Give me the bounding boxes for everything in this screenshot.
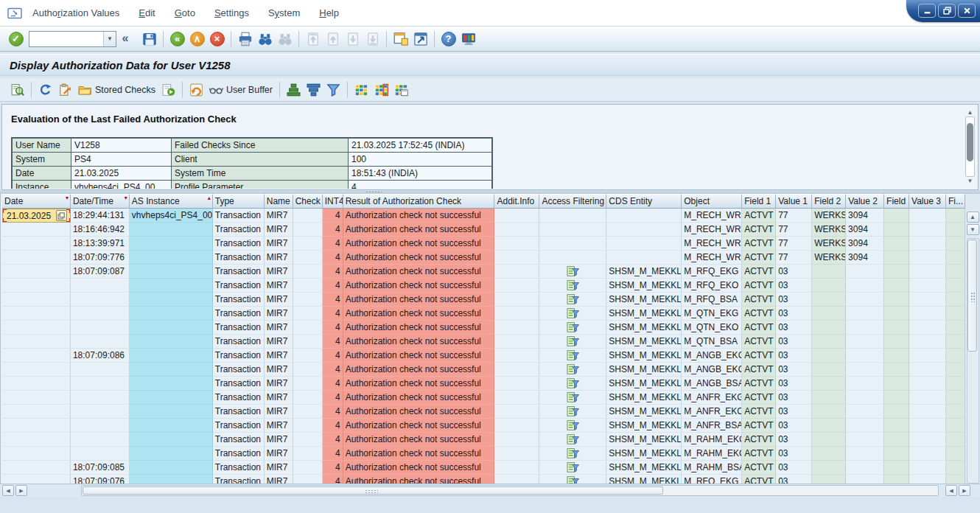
cell-field2[interactable] xyxy=(812,447,846,461)
cell-value3[interactable] xyxy=(909,461,946,475)
choose-layout-button[interactable] xyxy=(351,80,371,100)
cell-name[interactable]: MIR7 xyxy=(265,321,293,335)
cell-object[interactable]: M_ANGB_BSA xyxy=(682,377,742,391)
scroll-right-button-right[interactable]: ▶ xyxy=(959,485,970,496)
display-details-button[interactable] xyxy=(7,80,27,100)
cell-result[interactable]: Authorization check not successful xyxy=(343,391,495,405)
cell-addit[interactable] xyxy=(494,335,539,349)
cell-value1[interactable]: 03 xyxy=(776,349,812,363)
cell-fi[interactable] xyxy=(946,363,965,377)
cell-accessf[interactable] xyxy=(539,377,606,391)
cell-instance[interactable] xyxy=(130,475,213,484)
cell-object[interactable]: M_QTN_EKO xyxy=(682,321,742,335)
cell-date[interactable] xyxy=(2,377,71,391)
cell-check[interactable] xyxy=(293,377,323,391)
cell-object[interactable]: M_ANGB_EKG xyxy=(682,349,742,363)
cell-object[interactable]: M_RAHM_BSA xyxy=(682,461,742,475)
cell-field2[interactable]: WERKS xyxy=(812,209,846,223)
cell-type[interactable]: Transaction xyxy=(213,363,265,377)
cell-time[interactable]: 18:07:09:086 xyxy=(71,349,130,363)
cell-name[interactable]: MIR7 xyxy=(265,209,293,223)
cell-fi[interactable] xyxy=(946,209,965,223)
cell-time[interactable] xyxy=(71,377,130,391)
cell-fi[interactable] xyxy=(946,461,965,475)
cell-value3[interactable] xyxy=(909,307,946,321)
column-header-date[interactable]: Date▾ xyxy=(2,194,71,209)
cell-type[interactable]: Transaction xyxy=(213,419,265,433)
column-header-int4[interactable]: INT4 xyxy=(323,194,343,209)
cell-object[interactable]: M_RFQ_EKG xyxy=(682,475,742,484)
cell-field1[interactable]: ACTVT xyxy=(742,223,776,237)
cell-object[interactable]: M_ANFR_EKO xyxy=(682,405,742,419)
cell-field1[interactable]: ACTVT xyxy=(742,405,776,419)
cell-instance[interactable] xyxy=(130,419,213,433)
cell-name[interactable]: MIR7 xyxy=(265,293,293,307)
menu-settings[interactable]: Settings xyxy=(214,7,249,18)
cell-value2[interactable] xyxy=(846,419,884,433)
cell-field2[interactable]: WERKS xyxy=(812,237,846,251)
cell-field2[interactable] xyxy=(812,377,846,391)
cell-date[interactable] xyxy=(2,223,71,237)
cell-addit[interactable] xyxy=(494,377,539,391)
print-button[interactable] xyxy=(235,29,255,49)
column-header-name[interactable]: Name xyxy=(265,194,293,209)
cell-int4[interactable]: 4 xyxy=(323,377,343,391)
cell-field3[interactable] xyxy=(884,447,909,461)
cell-instance[interactable] xyxy=(130,265,213,279)
cell-object[interactable]: M_RECH_WRK xyxy=(682,237,742,251)
cell-field3[interactable] xyxy=(884,335,909,349)
cell-time[interactable] xyxy=(71,307,130,321)
cell-value1[interactable]: 77 xyxy=(776,251,812,265)
cell-result[interactable]: Authorization check not successful xyxy=(343,349,495,363)
find-next-button[interactable] xyxy=(275,29,295,49)
cell-fi[interactable] xyxy=(946,265,965,279)
cell-addit[interactable] xyxy=(494,307,539,321)
cell-time[interactable] xyxy=(71,433,130,447)
cell-name[interactable]: MIR7 xyxy=(265,433,293,447)
cell-int4[interactable]: 4 xyxy=(323,405,343,419)
cell-type[interactable]: Transaction xyxy=(213,391,265,405)
cell-field3[interactable] xyxy=(884,391,909,405)
horizontal-scrollbar-thumb[interactable] xyxy=(83,486,663,495)
cell-accessf[interactable] xyxy=(539,349,606,363)
cell-int4[interactable]: 4 xyxy=(323,391,343,405)
evaluation-scrollbar-thumb[interactable] xyxy=(967,123,973,161)
cell-cds[interactable]: SHSM_M_MEKKL xyxy=(606,447,682,461)
cell-instance[interactable] xyxy=(130,461,213,475)
cell-int4[interactable]: 4 xyxy=(323,363,343,377)
cell-result[interactable]: Authorization check not successful xyxy=(343,461,495,475)
cell-value3[interactable] xyxy=(909,335,946,349)
cell-name[interactable]: MIR7 xyxy=(265,307,293,321)
cell-fi[interactable] xyxy=(946,433,965,447)
collapse-button[interactable]: « xyxy=(119,29,139,49)
cell-cds[interactable]: SHSM_M_MEKKL xyxy=(606,419,682,433)
cell-value2[interactable] xyxy=(846,307,884,321)
scroll-left-button[interactable]: ◀ xyxy=(2,485,14,496)
cell-type[interactable]: Transaction xyxy=(213,307,265,321)
cell-fi[interactable] xyxy=(946,223,965,237)
cell-instance[interactable] xyxy=(130,293,213,307)
cell-fi[interactable] xyxy=(946,307,965,321)
cell-cds[interactable]: SHSM_M_MEKKL xyxy=(606,349,682,363)
create-shortcut-button[interactable] xyxy=(410,29,430,49)
menu-help[interactable]: Help xyxy=(319,7,339,18)
cell-value3[interactable] xyxy=(909,363,946,377)
cell-fi[interactable] xyxy=(946,405,965,419)
cell-type[interactable]: Transaction xyxy=(213,251,265,265)
cell-check[interactable] xyxy=(293,447,323,461)
vertical-scrollbar-thumb[interactable] xyxy=(967,240,977,352)
scroll-up-button[interactable]: ▲ xyxy=(967,212,979,223)
save-button[interactable] xyxy=(139,29,159,49)
cell-type[interactable]: Transaction xyxy=(213,237,265,251)
cell-addit[interactable] xyxy=(494,265,539,279)
cell-check[interactable] xyxy=(293,293,323,307)
cell-field2[interactable] xyxy=(812,321,846,335)
cell-field2[interactable] xyxy=(812,461,846,475)
cell-value1[interactable]: 03 xyxy=(776,405,812,419)
cell-name[interactable]: MIR7 xyxy=(265,377,293,391)
cell-type[interactable]: Transaction xyxy=(213,405,265,419)
cell-type[interactable]: Transaction xyxy=(213,349,265,363)
cell-value3[interactable] xyxy=(909,391,946,405)
cell-int4[interactable]: 4 xyxy=(323,209,343,223)
cell-fi[interactable] xyxy=(946,391,965,405)
